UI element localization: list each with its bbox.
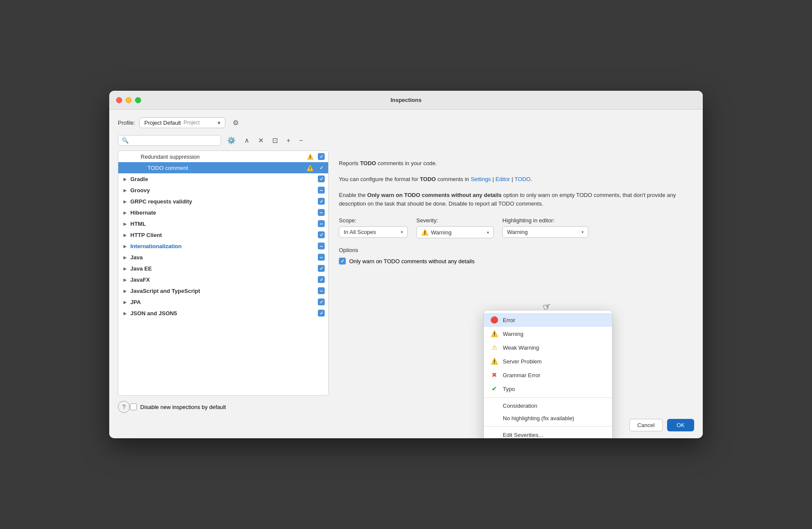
- item-checkbox[interactable]: [318, 220, 325, 227]
- item-label: GRPC requests validity: [130, 198, 316, 205]
- profile-select[interactable]: Project Default Project ▾: [139, 117, 225, 128]
- collapse-button[interactable]: ✕: [255, 135, 266, 146]
- item-checkbox[interactable]: [318, 164, 325, 171]
- add-button[interactable]: +: [284, 135, 293, 146]
- tree-item[interactable]: ▶ HTTP Client: [118, 229, 328, 240]
- chevron-down-icon: ▾: [581, 230, 584, 234]
- item-checkbox[interactable]: [318, 298, 325, 305]
- menu-item-error[interactable]: 🔴 Error: [484, 313, 612, 327]
- highlighting-dropdown[interactable]: Warning ▾: [502, 226, 588, 238]
- tree-item[interactable]: ▶ Hibernate: [118, 207, 328, 218]
- tree-item[interactable]: ▶ Java EE: [118, 263, 328, 274]
- filter-icon: ⚙️: [227, 137, 236, 144]
- chevron-icon: ▶: [122, 254, 129, 261]
- add-icon: +: [286, 137, 290, 144]
- item-checkbox[interactable]: [318, 254, 325, 261]
- chevron-icon: ▶: [122, 298, 129, 305]
- item-label: Java: [130, 254, 316, 261]
- frame-icon: ⊡: [272, 137, 278, 144]
- item-label: Gradle: [130, 176, 316, 182]
- item-checkbox[interactable]: [318, 265, 325, 272]
- expand-button[interactable]: ∧: [242, 135, 252, 146]
- menu-item-label: Edit Severities...: [503, 432, 543, 438]
- menu-item-warning[interactable]: ⚠️ Warning: [484, 327, 612, 341]
- item-label: JavaScript and TypeScript: [130, 288, 316, 294]
- tree-item[interactable]: ▶ Gradle: [118, 173, 328, 185]
- remove-button[interactable]: −: [296, 135, 305, 146]
- menu-item-edit-severities[interactable]: Edit Severities...: [484, 428, 612, 438]
- severity-dropdown[interactable]: ⚠️ Warning ▾: [416, 226, 494, 238]
- item-checkbox[interactable]: [318, 287, 325, 294]
- minimize-button[interactable]: [126, 97, 132, 103]
- tree-item[interactable]: ▶ JSON and JSON5: [118, 308, 328, 319]
- item-checkbox[interactable]: [318, 153, 325, 160]
- item-checkbox[interactable]: [318, 276, 325, 283]
- item-checkbox[interactable]: [318, 187, 325, 194]
- menu-item-consideration[interactable]: Consideration: [484, 400, 612, 412]
- item-checkbox[interactable]: [318, 310, 325, 317]
- tree-item[interactable]: TODO comment ⚠️: [118, 162, 328, 173]
- scope-group: Scope: In All Scopes ▾: [339, 217, 408, 238]
- chevron-icon: ▶: [122, 209, 129, 216]
- filter-button[interactable]: ⚙️: [225, 135, 238, 146]
- chevron-icon: ▶: [122, 243, 129, 249]
- tree-container[interactable]: Redundant suppression ⚠️ TODO comment ⚠️: [118, 151, 328, 395]
- settings-link[interactable]: Settings: [471, 176, 491, 182]
- editor-link[interactable]: Editor: [495, 176, 510, 182]
- item-checkbox[interactable]: [318, 231, 325, 238]
- maximize-button[interactable]: [135, 97, 141, 103]
- item-checkbox[interactable]: [318, 209, 325, 216]
- ok-button[interactable]: OK: [667, 419, 694, 431]
- cancel-button[interactable]: Cancel: [629, 419, 663, 431]
- tree-item[interactable]: ▶ JavaFX: [118, 274, 328, 285]
- error-icon: 🔴: [490, 316, 498, 324]
- window-title: Inspections: [391, 97, 421, 103]
- remove-icon: −: [299, 137, 303, 144]
- typo-icon: ✔: [490, 385, 498, 393]
- search-box[interactable]: 🔍: [118, 135, 221, 146]
- tree-item[interactable]: ▶ Groovy: [118, 185, 328, 196]
- toolbar-row: 🔍 ⚙️ ∧ ✕ ⊡ + −: [118, 135, 694, 146]
- disable-checkbox[interactable]: [130, 403, 137, 410]
- tree-item[interactable]: ▶ Internationalization: [118, 240, 328, 252]
- tree-item[interactable]: ▶ HTML: [118, 218, 328, 229]
- item-label: HTML: [130, 221, 316, 227]
- main-content: Profile: Project Default Project ▾ ⚙ 🔍 ⚙…: [109, 110, 703, 438]
- chevron-down-icon: ▾: [487, 230, 489, 235]
- menu-item-label: Typo: [503, 386, 515, 392]
- description-1: Reports TODO comments in your code.: [339, 159, 684, 168]
- close-button[interactable]: [116, 97, 122, 103]
- option-checkbox[interactable]: [339, 258, 346, 264]
- item-checkbox[interactable]: [318, 175, 325, 182]
- profile-row: Profile: Project Default Project ▾ ⚙: [118, 117, 694, 129]
- tree-item[interactable]: Redundant suppression ⚠️: [118, 151, 328, 162]
- titlebar: Inspections: [109, 91, 703, 110]
- gear-button[interactable]: ⚙: [230, 117, 242, 129]
- tree-item[interactable]: ▶ JavaScript and TypeScript: [118, 285, 328, 296]
- chevron-icon: ▶: [122, 265, 129, 272]
- chevron-icon: ▶: [122, 287, 129, 294]
- help-button[interactable]: ?: [118, 401, 130, 413]
- menu-item-label: Error: [503, 317, 515, 323]
- menu-item-server-problem[interactable]: ⚠️ Server Problem: [484, 354, 612, 368]
- menu-item-label: Server Problem: [503, 358, 541, 365]
- item-checkbox[interactable]: [318, 243, 325, 249]
- todo-link[interactable]: TODO: [514, 176, 530, 182]
- menu-item-grammar-error[interactable]: ✖ Grammar Error: [484, 368, 612, 382]
- profile-name: Project Default: [144, 120, 181, 126]
- scope-dropdown[interactable]: In All Scopes ▾: [339, 226, 408, 238]
- chevron-icon: ▶: [122, 175, 129, 182]
- menu-item-typo[interactable]: ✔ Typo: [484, 382, 612, 396]
- item-checkbox[interactable]: [318, 198, 325, 205]
- chevron-down-icon: ▾: [218, 120, 221, 126]
- frame-button[interactable]: ⊡: [270, 135, 280, 146]
- menu-item-no-highlighting[interactable]: No highlighting (fix available): [484, 412, 612, 424]
- tree-item[interactable]: ▶ JPA: [118, 296, 328, 308]
- severity-value: Warning: [431, 229, 484, 236]
- tree-item[interactable]: ▶ GRPC requests validity: [118, 196, 328, 207]
- search-input[interactable]: [131, 137, 217, 144]
- tree-item[interactable]: ▶ Java: [118, 252, 328, 263]
- item-label: Redundant suppression: [141, 154, 305, 160]
- menu-item-weak-warning[interactable]: ⚠ Weak Warning: [484, 341, 612, 354]
- chevron-down-icon: ▾: [401, 230, 403, 234]
